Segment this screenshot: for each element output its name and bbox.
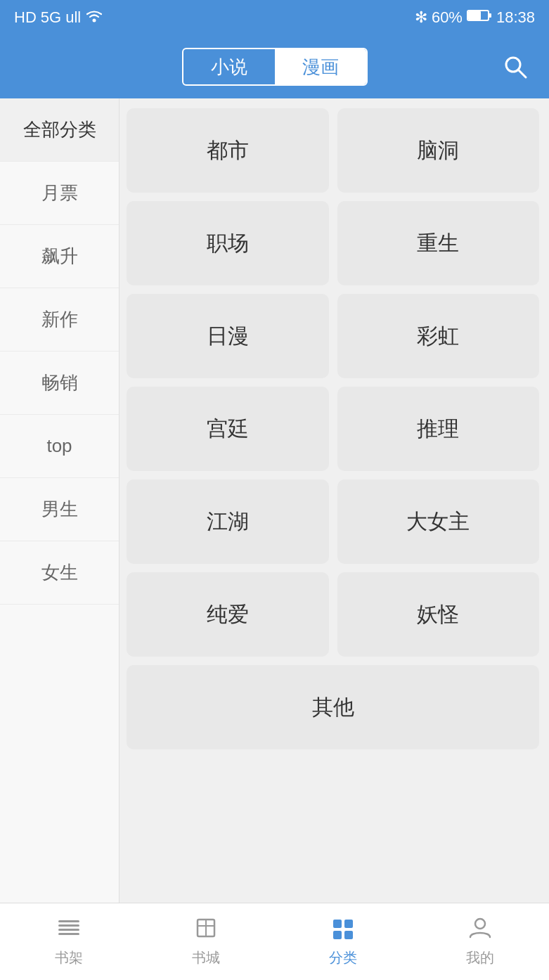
category-naodong[interactable]: 脑洞 bbox=[337, 108, 540, 193]
categories-grid: 都市 脑洞 职场 重生 日漫 彩虹 宫廷 推理 江湖 大女主 纯爱 妖怪 其他 bbox=[120, 98, 549, 903]
sidebar: 全部分类 月票 飙升 新作 畅销 top 男生 女生 bbox=[0, 98, 120, 903]
category-danvzhu[interactable]: 大女主 bbox=[337, 479, 540, 564]
bookshelf-icon bbox=[56, 916, 82, 946]
nav-categories[interactable]: 分类 bbox=[275, 916, 412, 967]
category-chunai[interactable]: 纯爱 bbox=[127, 572, 329, 657]
svg-rect-14 bbox=[344, 920, 353, 928]
battery-icon bbox=[467, 8, 492, 27]
bluetooth-icon: ✻ bbox=[415, 8, 427, 27]
svg-rect-7 bbox=[58, 924, 79, 927]
category-riman[interactable]: 日漫 bbox=[127, 294, 329, 378]
category-yaoguai[interactable]: 妖怪 bbox=[337, 572, 540, 657]
svg-rect-3 bbox=[468, 11, 481, 20]
search-button[interactable] bbox=[498, 50, 532, 84]
status-right: ✻ 60% 18:38 bbox=[415, 8, 535, 27]
sidebar-item-male[interactable]: 男生 bbox=[0, 478, 119, 541]
category-caihong[interactable]: 彩虹 bbox=[337, 294, 540, 378]
tab-manga[interactable]: 漫画 bbox=[275, 49, 366, 84]
nav-mine[interactable]: 我的 bbox=[412, 916, 549, 967]
tab-novel[interactable]: 小说 bbox=[183, 49, 275, 84]
mine-icon bbox=[467, 916, 493, 946]
category-zhichang[interactable]: 职场 bbox=[127, 201, 329, 285]
sidebar-item-bestseller[interactable]: 畅销 bbox=[0, 352, 119, 415]
sidebar-item-top[interactable]: top bbox=[0, 415, 119, 478]
status-signal: 5G ull bbox=[41, 8, 81, 27]
status-bar: HD 5G ull ✻ 60% 18:38 bbox=[0, 0, 549, 35]
svg-rect-2 bbox=[489, 13, 491, 18]
svg-point-0 bbox=[93, 19, 96, 22]
nav-bookshelf[interactable]: 书架 bbox=[0, 916, 137, 967]
status-hd: HD bbox=[14, 8, 37, 27]
nav-mine-label: 我的 bbox=[466, 948, 494, 967]
status-wifi bbox=[85, 8, 103, 27]
nav-bookstore[interactable]: 书城 bbox=[137, 916, 274, 967]
sidebar-item-monthly[interactable]: 月票 bbox=[0, 162, 119, 225]
header: 小说 漫画 bbox=[0, 35, 549, 98]
category-gongting[interactable]: 宫廷 bbox=[127, 387, 329, 471]
svg-rect-9 bbox=[58, 933, 79, 935]
category-chongsheng[interactable]: 重生 bbox=[337, 201, 540, 285]
battery-percent: 60% bbox=[432, 8, 463, 27]
svg-point-17 bbox=[475, 919, 485, 929]
svg-rect-6 bbox=[58, 920, 79, 922]
category-qita[interactable]: 其他 bbox=[127, 665, 539, 749]
bottom-nav: 书架 书城 分类 我的 bbox=[0, 903, 549, 980]
svg-rect-15 bbox=[333, 931, 342, 939]
svg-rect-16 bbox=[344, 931, 353, 939]
nav-bookstore-label: 书城 bbox=[192, 948, 220, 967]
time: 18:38 bbox=[496, 8, 535, 27]
nav-categories-label: 分类 bbox=[329, 948, 357, 967]
status-left: HD 5G ull bbox=[14, 8, 103, 27]
svg-rect-8 bbox=[58, 929, 79, 931]
category-jianghu[interactable]: 江湖 bbox=[127, 479, 329, 564]
bookstore-icon bbox=[193, 916, 219, 946]
category-tuili[interactable]: 推理 bbox=[337, 387, 540, 471]
categories-icon bbox=[330, 916, 356, 946]
svg-line-5 bbox=[518, 70, 526, 77]
tab-group[interactable]: 小说 漫画 bbox=[182, 48, 368, 86]
svg-rect-13 bbox=[333, 920, 342, 928]
sidebar-item-all[interactable]: 全部分类 bbox=[0, 98, 119, 162]
main-content: 全部分类 月票 飙升 新作 畅销 top 男生 女生 都市 脑洞 职场 重生 日… bbox=[0, 98, 549, 903]
nav-bookshelf-label: 书架 bbox=[55, 948, 83, 967]
category-dushi[interactable]: 都市 bbox=[127, 108, 329, 193]
sidebar-item-rising[interactable]: 飙升 bbox=[0, 225, 119, 288]
sidebar-item-new[interactable]: 新作 bbox=[0, 288, 119, 352]
sidebar-item-female[interactable]: 女生 bbox=[0, 541, 119, 605]
